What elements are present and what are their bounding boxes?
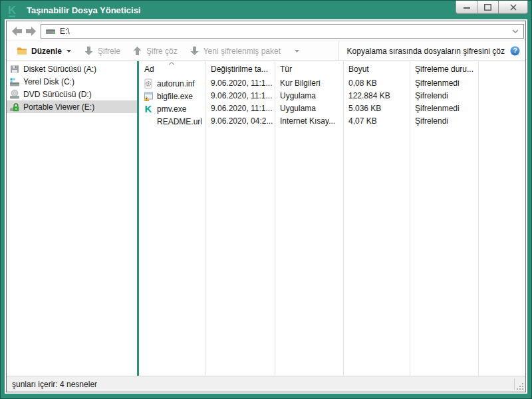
window-controls (456, 1, 528, 14)
locked-drive-icon (9, 102, 20, 112)
main-area: Disket Sürücüsü (A:) Yerel Disk (C:) (7, 61, 525, 376)
statusbar-divider (514, 378, 515, 390)
forward-button[interactable] (24, 25, 37, 37)
dropdown-caret-icon (294, 49, 300, 53)
folder-icon (17, 47, 27, 55)
file-type: Internet Kısay... (275, 115, 343, 128)
application-file-icon (143, 91, 154, 102)
decrypt-button[interactable]: Şifre çöz (126, 43, 184, 60)
file-name-cell: README.url (139, 115, 205, 128)
package-arrow-down-icon (190, 46, 200, 56)
svg-text:K: K (8, 4, 17, 17)
sidebar-item-label: Disket Sürücüsü (A:) (23, 65, 96, 74)
close-icon (510, 4, 517, 11)
sidebar-item-local-c[interactable]: Yerel Disk (C:) (7, 75, 137, 88)
sidebar-item-label: Portable Viewer (E:) (23, 102, 94, 112)
file-type: Kur Bilgileri (275, 77, 343, 90)
back-button[interactable] (10, 25, 23, 37)
status-text: şunları içerir: 4 nesneler (12, 380, 97, 389)
file-modified: 9.06.2020, 04:2... (205, 115, 275, 128)
drives-sidebar: Disket Sürücüsü (A:) Yerel Disk (C:) (7, 61, 137, 376)
file-size: 122.884 KB (343, 90, 410, 102)
sidebar-item-label: DVD Sürücüsü (D:) (23, 90, 92, 99)
file-encryption-status: Şifrelenmedi (410, 77, 478, 90)
maximize-icon (484, 4, 491, 11)
column-header-type[interactable]: Tür (275, 61, 343, 77)
back-arrow-icon (11, 26, 23, 37)
maximize-button[interactable] (477, 1, 499, 14)
svg-text:?: ? (513, 47, 517, 55)
file-encryption-status: Şifrelendi (410, 115, 478, 128)
svg-text:K: K (145, 104, 152, 114)
file-name: autorun.inf (157, 79, 195, 88)
file-modified: 9.06.2020, 11:1... (205, 102, 275, 115)
encrypt-button[interactable]: Şifrele (78, 43, 126, 60)
file-name-cell: autorun.inf (139, 77, 205, 90)
sidebar-item-portable-e[interactable]: Portable Viewer (E:) (7, 100, 137, 113)
toolbar: Düzenle Şifrele Şifre çöz Yeni şifrelenm… (7, 41, 525, 61)
encrypt-label: Şifrele (98, 47, 120, 56)
setup-information-file-icon (143, 78, 154, 89)
address-bar[interactable]: E:\ (41, 24, 524, 39)
sidebar-item-dvd-d[interactable]: DVD Sürücüsü (D:) (7, 88, 137, 100)
file-list: Ad Değiştirilme ta... Tür Boyut Şifrelem… (139, 61, 525, 376)
column-header-label: Değiştirilme ta... (211, 65, 268, 74)
close-button[interactable] (498, 1, 528, 14)
sidebar-item-floppy-a[interactable]: Disket Sürücüsü (A:) (7, 63, 137, 75)
file-name: pmv.exe (157, 104, 186, 114)
forward-arrow-icon (25, 26, 37, 37)
file-name-cell: K pmv.exe (139, 102, 205, 115)
hard-drive-icon (9, 76, 20, 87)
encrypt-arrow-down-icon (84, 46, 94, 56)
file-row-readme-url[interactable]: README.url 9.06.2020, 04:2... Internet K… (139, 115, 525, 128)
app-window: K Taşınabilir Dosya Yöneticisi (0, 0, 532, 399)
file-name: README.url (157, 117, 202, 126)
sort-ascending-icon (168, 62, 175, 65)
edit-menu-label: Düzenle (31, 47, 62, 56)
file-size: 4,07 KB (343, 115, 410, 128)
drive-icon (45, 27, 56, 35)
status-bar: şunları içerir: 4 nesneler (7, 376, 525, 392)
column-header-label: Boyut (348, 65, 369, 74)
column-header-label: Şifreleme duru... (415, 65, 473, 74)
copy-decrypt-label: Kopyalama sırasında dosyaların şifresini… (347, 47, 505, 56)
decrypt-label: Şifre çöz (146, 47, 178, 56)
file-size: 0,08 KB (343, 77, 410, 90)
copy-decrypt-option: Kopyalama sırasında dosyaların şifresini… (338, 41, 525, 61)
file-type: Uygulama (275, 90, 343, 102)
column-header-size[interactable]: Boyut (343, 61, 410, 77)
file-row-autorun-inf[interactable]: autorun.inf 9.06.2020, 11:1... Kur Bilgi… (139, 77, 525, 90)
file-encryption-status: Şifrelendi (410, 90, 478, 102)
column-header-modified[interactable]: Değiştirilme ta... (205, 61, 275, 77)
titlebar[interactable]: K Taşınabilir Dosya Yöneticisi (1, 1, 531, 20)
file-name-cell: bigfile.exe (139, 90, 205, 102)
file-row-pmv-exe[interactable]: K pmv.exe 9.06.2020, 11:1... Uygulama 5.… (139, 102, 525, 115)
column-header-label: Tür (280, 65, 292, 74)
new-encrypted-package-label: Yeni şifrelenmiş paket (203, 47, 281, 56)
file-modified: 9.06.2020, 11:1... (205, 77, 275, 90)
kaspersky-application-icon: K (143, 104, 154, 114)
dropdown-caret-icon (66, 49, 72, 53)
file-size: 5.036 KB (343, 102, 410, 115)
address-text: E:\ (60, 27, 70, 36)
dvd-drive-icon (9, 89, 20, 100)
minimize-button[interactable] (456, 1, 477, 14)
floppy-drive-icon (9, 64, 20, 74)
new-encrypted-package-button[interactable]: Yeni şifrelenmiş paket (184, 43, 306, 60)
blank-file-icon (143, 116, 154, 127)
minimize-icon (464, 4, 470, 11)
filelist-header: Ad Değiştirilme ta... Tür Boyut Şifrelem… (139, 61, 525, 77)
edit-menu-button[interactable]: Düzenle (11, 43, 78, 60)
file-name: bigfile.exe (157, 92, 193, 101)
kaspersky-logo-icon: K (5, 3, 21, 19)
column-header-label: Ad (144, 65, 154, 74)
file-encryption-status: Şifrelenmedi (410, 102, 478, 115)
help-icon[interactable]: ? (510, 46, 520, 56)
file-type: Uygulama (275, 102, 343, 115)
column-header-encryption[interactable]: Şifreleme duru... (410, 61, 478, 77)
column-header-name[interactable]: Ad (139, 61, 205, 77)
file-row-bigfile-exe[interactable]: bigfile.exe 9.06.2020, 11:1... Uygulama … (139, 90, 525, 102)
chevron-down-icon[interactable] (511, 29, 519, 34)
resize-grip[interactable] (517, 383, 524, 390)
decrypt-arrow-up-icon (132, 46, 142, 56)
